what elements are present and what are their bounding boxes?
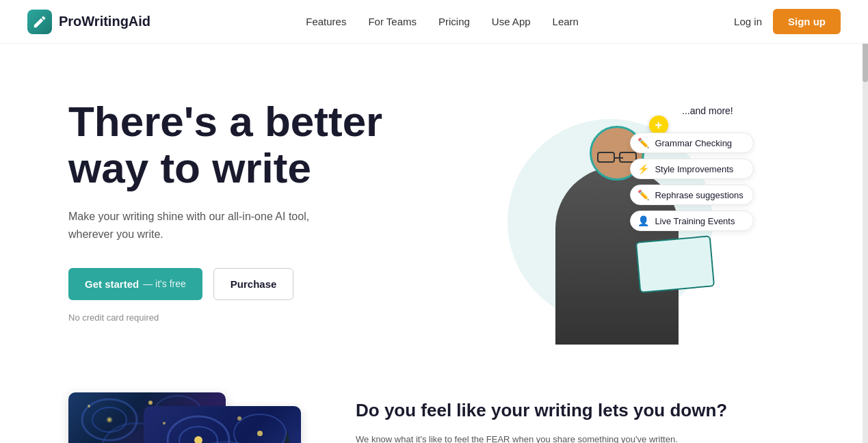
- login-button[interactable]: Log in: [734, 16, 762, 27]
- glasses-bridge: [615, 157, 623, 159]
- style-label: Style Improvements: [655, 164, 733, 174]
- and-more-text: ...and more!: [682, 105, 733, 116]
- training-label: Live Training Events: [655, 216, 735, 226]
- feature-tag-rephrase: ✏️ Rephrase suggestions: [630, 185, 753, 205]
- rephrase-icon: ✏️: [637, 189, 649, 200]
- nav-pricing[interactable]: Pricing: [438, 16, 470, 27]
- nav-learn[interactable]: Learn: [553, 16, 579, 27]
- hero-headline: There's a better way to write: [68, 98, 434, 191]
- free-label: — it's free: [143, 278, 186, 289]
- card-front-inner: My idea in my head: [144, 406, 301, 443]
- svg-point-14: [237, 416, 241, 420]
- bottom-section: My idea in my head Do you feel like your…: [0, 379, 868, 443]
- bottom-heading: Do you feel like your writing lets you d…: [356, 399, 800, 422]
- signup-button[interactable]: Sign up: [773, 9, 841, 34]
- hero-illustration: ...and more! + ✏️ Grammar Checking ⚡ Sty…: [487, 98, 747, 345]
- feature-tag-style: ⚡ Style Improvements: [630, 159, 753, 179]
- brand[interactable]: ProWritingAid: [27, 10, 150, 34]
- hero-headline-line1: There's a better: [68, 98, 382, 145]
- pen-svg: [32, 14, 47, 29]
- card-front: My idea in my head: [144, 406, 301, 443]
- nav-for-teams[interactable]: For Teams: [368, 16, 417, 27]
- brand-name: ProWritingAid: [59, 14, 150, 29]
- hero-illustration-area: ...and more! + ✏️ Grammar Checking ⚡ Sty…: [434, 92, 800, 351]
- svg-point-4: [106, 416, 113, 423]
- hero-section: There's a better way to write Make your …: [0, 44, 868, 379]
- feature-tags-list: ✏️ Grammar Checking ⚡ Style Improvements…: [630, 133, 753, 231]
- bottom-body: We know what it's like to feel the FEAR …: [356, 432, 684, 443]
- card-front-svg: [144, 406, 301, 443]
- feature-tag-grammar: ✏️ Grammar Checking: [630, 133, 753, 153]
- nav-links: Features For Teams Pricing Use App Learn: [306, 16, 579, 27]
- no-credit-card-text: No credit card required: [68, 312, 434, 323]
- bottom-text-section: Do you feel like your writing lets you d…: [356, 392, 800, 443]
- hero-cta-buttons: Get started — it's free Purchase: [68, 268, 434, 300]
- nav-use-app[interactable]: Use App: [492, 16, 531, 27]
- artwork-area: My idea in my head: [68, 392, 301, 443]
- svg-point-6: [148, 401, 153, 405]
- training-icon: 👤: [637, 215, 649, 226]
- hero-content: There's a better way to write Make your …: [68, 92, 434, 323]
- svg-point-13: [257, 431, 263, 436]
- purchase-button[interactable]: Purchase: [213, 268, 294, 300]
- grammar-icon: ✏️: [637, 137, 649, 148]
- style-icon: ⚡: [637, 163, 649, 174]
- nav-actions: Log in Sign up: [734, 9, 841, 34]
- navbar: ProWritingAid Features For Teams Pricing…: [0, 0, 868, 44]
- scrollbar[interactable]: [863, 0, 868, 443]
- hero-subtext: Make your writing shine with our all-in-…: [68, 208, 328, 243]
- plus-badge: +: [649, 116, 668, 135]
- get-started-label: Get started: [85, 278, 139, 290]
- svg-point-10: [234, 414, 286, 443]
- svg-point-15: [163, 422, 166, 425]
- get-started-button[interactable]: Get started — it's free: [68, 268, 202, 300]
- glasses-left: [597, 152, 615, 163]
- svg-point-7: [88, 405, 90, 407]
- grammar-label: Grammar Checking: [655, 138, 732, 148]
- hero-headline-line2: way to write: [68, 144, 311, 191]
- plus-icon: +: [655, 118, 662, 133]
- laptop-shape: [635, 235, 715, 293]
- svg-point-12: [194, 436, 202, 443]
- laptop-screen: [637, 237, 713, 292]
- brand-logo-icon: [27, 10, 52, 34]
- nav-features[interactable]: Features: [306, 16, 346, 27]
- feature-tag-training: 👤 Live Training Events: [630, 211, 753, 231]
- rephrase-label: Rephrase suggestions: [655, 190, 743, 200]
